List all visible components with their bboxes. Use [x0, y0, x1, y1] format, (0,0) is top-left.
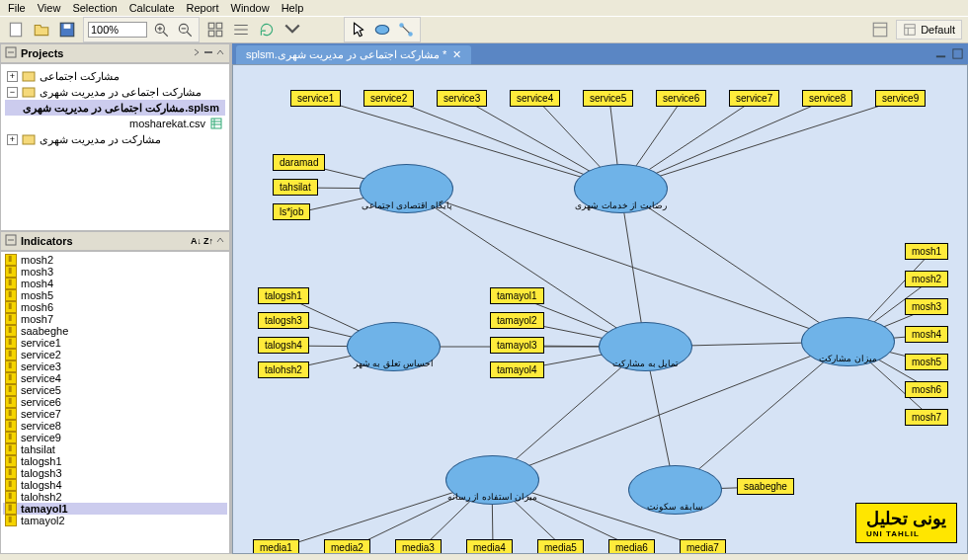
mv-s1[interactable]: service1: [290, 90, 341, 107]
menu-window[interactable]: Window: [231, 2, 270, 14]
connect-icon[interactable]: [396, 20, 416, 40]
project-node[interactable]: + مشارکت اجتماعی: [5, 68, 225, 84]
indicators-collapse-icon[interactable]: [5, 234, 17, 248]
mv-talogsh1[interactable]: talogsh1: [258, 287, 309, 304]
sort-az-icon[interactable]: A↓: [191, 236, 202, 246]
arrow-up-icon[interactable]: [215, 235, 225, 247]
layout-icon[interactable]: [870, 20, 890, 40]
mv-m2[interactable]: mosh2: [905, 271, 948, 287]
mv-md1[interactable]: media1: [253, 539, 299, 554]
indicator-row[interactable]: service1: [3, 337, 227, 349]
mv-md5[interactable]: media5: [537, 539, 584, 554]
zoom-in-icon[interactable]: [151, 20, 171, 40]
mv-talohsh2[interactable]: talohsh2: [258, 361, 309, 378]
latent-rezayat[interactable]: رضایت از خدمات شهری: [574, 164, 668, 213]
mv-s3[interactable]: service3: [437, 90, 487, 107]
maximize-icon[interactable]: [951, 47, 964, 62]
mv-t1[interactable]: tamayol1: [490, 287, 544, 304]
new-file-icon[interactable]: [6, 20, 26, 40]
mv-s5[interactable]: service5: [583, 90, 633, 107]
list-icon[interactable]: [231, 20, 251, 40]
indicator-row[interactable]: tahsilat: [3, 443, 227, 455]
mv-m1[interactable]: mosh1: [905, 243, 948, 260]
project-node[interactable]: − مشارکت اجتماعی در مدیریت شهری: [5, 84, 225, 100]
indicator-row[interactable]: mosh7: [3, 313, 227, 325]
mv-m5[interactable]: mosh5: [905, 354, 948, 370]
projects-collapse-icon[interactable]: [5, 46, 17, 60]
indicator-row[interactable]: service6: [3, 396, 227, 408]
indicator-row[interactable]: service8: [3, 420, 227, 432]
latent-sabeghe[interactable]: سابقه سکونت: [628, 465, 722, 515]
indicator-row[interactable]: mosh6: [3, 301, 227, 313]
mv-tahsilat[interactable]: tahsilat: [273, 179, 318, 196]
latent-icon[interactable]: [372, 20, 392, 40]
indicator-row[interactable]: mosh3: [3, 266, 227, 278]
indicators-list[interactable]: mosh2mosh3mosh4mosh5mosh6mosh7saabeghese…: [0, 251, 230, 554]
mv-s4[interactable]: service4: [510, 90, 560, 107]
menu-file[interactable]: File: [8, 2, 26, 14]
dropdown-icon[interactable]: [282, 20, 302, 40]
indicator-row[interactable]: talogsh3: [3, 467, 227, 479]
mv-md7[interactable]: media7: [680, 539, 726, 554]
indicator-row[interactable]: saabeghe: [3, 325, 227, 337]
mv-s6[interactable]: service6: [656, 90, 706, 107]
menu-report[interactable]: Report: [187, 2, 219, 14]
arrow-up-icon[interactable]: [215, 47, 225, 59]
mv-t4[interactable]: tamayol4: [490, 361, 544, 378]
model-canvas[interactable]: یونی تحلیل UNI TAHLIL service1service2se…: [232, 64, 968, 554]
mv-s7[interactable]: service7: [729, 90, 779, 107]
mv-md3[interactable]: media3: [395, 539, 442, 554]
save-icon[interactable]: [57, 20, 77, 40]
indicator-row[interactable]: service4: [3, 372, 227, 384]
indicator-row[interactable]: mosh4: [3, 278, 227, 289]
mv-m3[interactable]: mosh3: [905, 298, 948, 315]
mv-talogsh4[interactable]: talogsh4: [258, 337, 309, 354]
zoom-input[interactable]: [88, 22, 147, 38]
indicator-row[interactable]: talohsh2: [3, 491, 227, 503]
mv-md4[interactable]: media4: [466, 539, 513, 554]
open-icon[interactable]: [32, 20, 51, 40]
model-tab[interactable]: splsm.مشارکت اجتماعی در مدیریت شهری * ✕: [236, 45, 471, 64]
indicator-row[interactable]: service9: [3, 432, 227, 443]
pointer-icon[interactable]: [349, 20, 368, 40]
latent-resane[interactable]: میزان استفاده از رسانه: [445, 455, 539, 505]
latent-ehsas[interactable]: احساس تعلق به شهر: [347, 322, 441, 371]
indicator-row[interactable]: service3: [3, 360, 227, 372]
indicator-row[interactable]: mosh5: [3, 289, 227, 301]
project-data-node[interactable]: mosharekat.csv: [5, 116, 225, 131]
indicator-row[interactable]: talogsh4: [3, 479, 227, 491]
mv-saab[interactable]: saabeghe: [737, 478, 794, 495]
refresh-icon[interactable]: [257, 20, 277, 40]
tab-close-icon[interactable]: ✕: [452, 48, 461, 61]
indicator-row[interactable]: tamayol1: [3, 503, 227, 515]
mv-daramad[interactable]: daramad: [273, 154, 325, 171]
expand-icon[interactable]: +: [7, 134, 18, 145]
latent-paygah[interactable]: پایگاه اقتصادی اجتماعی: [360, 164, 453, 213]
indicator-row[interactable]: service5: [3, 384, 227, 396]
sort-za-icon[interactable]: Z↑: [203, 236, 213, 246]
mv-t3[interactable]: tamayol3: [490, 337, 544, 354]
mv-md6[interactable]: media6: [608, 539, 655, 554]
indicator-row[interactable]: service7: [3, 408, 227, 420]
grid-icon[interactable]: [205, 20, 225, 40]
mv-m4[interactable]: mosh4: [905, 326, 948, 343]
mv-job[interactable]: ls*job: [273, 203, 310, 220]
latent-tamayol[interactable]: تمایل به مشارکت: [599, 322, 692, 371]
mv-s8[interactable]: service8: [802, 90, 852, 107]
projects-tree[interactable]: + مشارکت اجتماعی − مشارکت اجتماعی در مدی…: [0, 63, 230, 231]
minimize-icon[interactable]: [934, 47, 947, 62]
indicator-row[interactable]: tamayol2: [3, 515, 227, 526]
project-node[interactable]: + مشارکت در مدیریت شهری: [5, 131, 225, 147]
mv-t2[interactable]: tamayol2: [490, 312, 544, 329]
indicator-row[interactable]: service2: [3, 349, 227, 360]
menu-view[interactable]: View: [38, 2, 61, 14]
mv-talogsh3[interactable]: talogsh3: [258, 312, 309, 329]
arrow-min-icon[interactable]: [203, 47, 213, 59]
collapse-icon[interactable]: −: [7, 87, 18, 98]
menu-selection[interactable]: Selection: [72, 2, 117, 14]
mv-m6[interactable]: mosh6: [905, 381, 948, 398]
indicator-row[interactable]: mosh2: [3, 254, 227, 266]
mv-md2[interactable]: media2: [324, 539, 370, 554]
indicator-row[interactable]: talogsh1: [3, 455, 227, 467]
project-model-node[interactable]: splsm.مشارکت اجتماعی در مدیریت شهری: [5, 100, 225, 116]
